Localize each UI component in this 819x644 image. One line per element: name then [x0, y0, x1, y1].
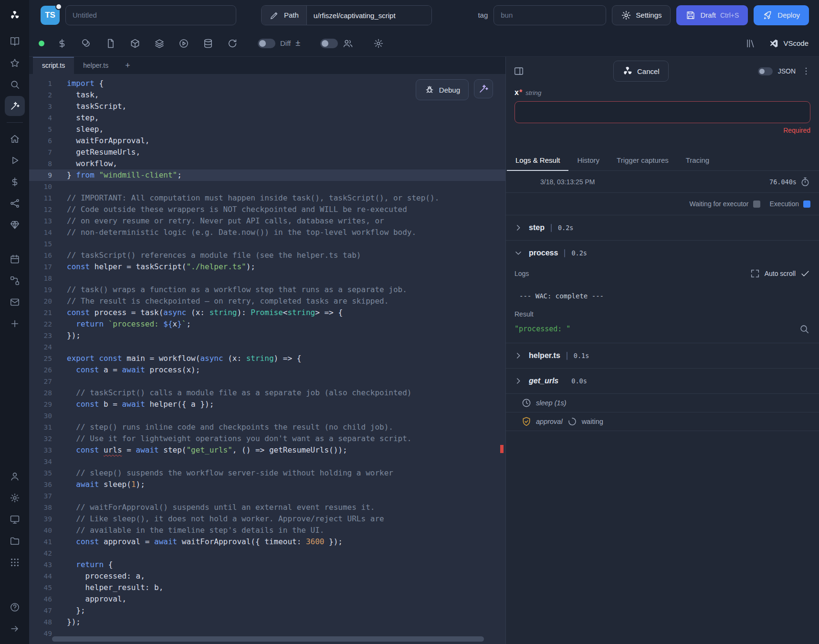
expand-icon[interactable] [750, 268, 760, 279]
code-line-18[interactable]: 18 [29, 273, 505, 284]
windmill-logo-icon[interactable] [0, 0, 29, 30]
code-line-28[interactable]: 28 // taskScript() calls a module file a… [29, 387, 505, 399]
code-line-21[interactable]: 21const process = task(async (x: string)… [29, 307, 505, 318]
code-line-8[interactable]: 8 workflow, [29, 158, 505, 169]
reload-icon[interactable] [227, 38, 238, 49]
sidebar-item-resources[interactable] [5, 193, 25, 213]
code-line-37[interactable]: 37 [29, 490, 505, 502]
arg-x-input[interactable] [514, 101, 810, 123]
sidebar-item-settings[interactable] [5, 488, 25, 508]
code-line-23[interactable]: 23}); [29, 330, 505, 341]
deploy-button[interactable]: Deploy [754, 5, 809, 25]
sidebar-item-docs[interactable] [5, 32, 25, 52]
code-line-40[interactable]: 40 // available in the timeline step's d… [29, 525, 505, 536]
code-line-31[interactable]: 31 // step() runs inline code and checkp… [29, 422, 505, 433]
script-metadata-icon[interactable] [105, 38, 116, 49]
path-input[interactable] [306, 6, 431, 25]
draft-button[interactable]: Draft Ctrl+S [676, 5, 748, 25]
timeline-row-process[interactable]: process 0.2s [506, 240, 819, 265]
code-line-29[interactable]: 29 const b = await helper({ a }); [29, 399, 505, 410]
code-line-32[interactable]: 32 // Use it for lightweight operations … [29, 433, 505, 444]
sidebar-item-favorites[interactable] [5, 53, 25, 73]
editor-settings-icon[interactable] [373, 38, 384, 49]
sidebar-item-create[interactable] [5, 314, 25, 334]
code-line-9[interactable]: 9} from "windmill-client"; [29, 169, 505, 181]
panel-tab-logs-result[interactable]: Logs & Result [507, 150, 568, 171]
code-line-11[interactable]: 11// IMPORTANT: All computation must hap… [29, 192, 505, 204]
sidebar-item-workers[interactable] [5, 509, 25, 529]
code-line-48[interactable]: 48}); [29, 616, 505, 628]
sidebar-item-collapse[interactable] [5, 619, 25, 639]
code-line-4[interactable]: 4 step, [29, 112, 505, 124]
panel-tab-tracing[interactable]: Tracing [677, 150, 718, 170]
code-line-3[interactable]: 3 taskScript, [29, 101, 505, 112]
sidebar-item-account[interactable] [5, 466, 25, 486]
tab-script-ts[interactable]: script.ts [33, 57, 74, 74]
code-line-43[interactable]: 43 return { [29, 559, 505, 570]
ai-wand-button[interactable] [474, 79, 493, 98]
panel-toggle-icon[interactable] [514, 66, 524, 76]
add-tab-button[interactable]: + [117, 57, 138, 74]
sidebar-item-runs[interactable] [5, 150, 25, 170]
sidebar-item-help[interactable] [5, 597, 25, 617]
code-line-5[interactable]: 5 sleep, [29, 124, 505, 135]
sidebar-item-schedules[interactable] [5, 249, 25, 269]
code-line-34[interactable]: 34 [29, 456, 505, 467]
code-line-38[interactable]: 38 // waitForApproval() suspends until a… [29, 502, 505, 513]
code-line-16[interactable]: 16// taskScript() references a module fi… [29, 250, 505, 261]
code-line-33[interactable]: 33 const urls = await step("get_urls", (… [29, 444, 505, 456]
path-button[interactable]: Path [262, 6, 306, 25]
code-line-22[interactable]: 22 return `processed: ${x}`; [29, 318, 505, 330]
code-line-39[interactable]: 39 // Like sleep(), it does not hold a w… [29, 513, 505, 525]
settings-button[interactable]: Settings [612, 5, 671, 25]
json-toggle[interactable] [758, 67, 773, 75]
check-icon[interactable] [800, 268, 810, 279]
trigger-icon[interactable] [178, 38, 189, 49]
panel-tab-history[interactable]: History [568, 150, 608, 170]
sidebar-item-assets[interactable] [5, 215, 25, 235]
collab-toggle[interactable] [320, 39, 338, 48]
sidebar-item-apps[interactable] [5, 552, 25, 572]
code-line-36[interactable]: 36 await sleep(1); [29, 479, 505, 490]
code-line-10[interactable]: 10 [29, 181, 505, 192]
timeline-substep-approval[interactable]: approval waiting [506, 412, 819, 431]
sidebar-item-folders[interactable] [5, 531, 25, 551]
cancel-button[interactable]: Cancel [613, 61, 669, 82]
sidebar-item-home[interactable] [5, 129, 25, 149]
code-line-6[interactable]: 6 waitForApproval, [29, 135, 505, 147]
timeline-row-helper[interactable]: helper.ts 0.1s [506, 343, 819, 368]
panel-tab-trigger-captures[interactable]: Trigger captures [608, 150, 677, 170]
timeline-substep-sleep[interactable]: sleep (1s) [506, 393, 819, 412]
code-line-20[interactable]: 20// The result is checkpointed — on ret… [29, 296, 505, 307]
code-line-14[interactable]: 14// non-deterministic logic (e.g. Date.… [29, 227, 505, 238]
code-line-26[interactable]: 26 const a = await process(x); [29, 364, 505, 376]
code-line-35[interactable]: 35 // sleep() suspends the workflow serv… [29, 467, 505, 479]
code-line-19[interactable]: 19// task() wraps a function as a workfl… [29, 284, 505, 296]
diff-icon[interactable]: ± [295, 38, 300, 48]
vscode-button[interactable]: VScode [768, 38, 808, 49]
code-line-25[interactable]: 25export const main = workflow(async (x:… [29, 353, 505, 364]
code-line-42[interactable]: 42 [29, 548, 505, 559]
sidebar-item-notifications[interactable] [5, 292, 25, 312]
kebab-menu-icon[interactable] [801, 66, 811, 76]
timeline-row-step[interactable]: step 0.2s [506, 215, 819, 240]
package-icon[interactable] [130, 38, 140, 49]
resources-icon[interactable] [81, 38, 92, 49]
code-line-27[interactable]: 27 [29, 376, 505, 387]
sidebar-item-search[interactable] [5, 74, 25, 95]
code-line-44[interactable]: 44 processed: a, [29, 570, 505, 582]
database-icon[interactable] [203, 38, 213, 49]
code-line-46[interactable]: 46 approval, [29, 593, 505, 605]
collaborators-icon[interactable] [343, 38, 353, 49]
code-line-45[interactable]: 45 helper_result: b, [29, 582, 505, 593]
code-line-41[interactable]: 41 const approval = await waitForApprova… [29, 536, 505, 548]
sidebar-item-ai[interactable] [5, 96, 25, 116]
variables-icon[interactable] [57, 38, 67, 49]
code-line-24[interactable]: 24 [29, 341, 505, 353]
dependencies-icon[interactable] [154, 38, 165, 49]
horizontal-scrollbar[interactable] [52, 636, 484, 642]
search-result-icon[interactable] [799, 324, 809, 334]
code-editor[interactable]: 1import {2 task,3 taskScript,4 step,5 sl… [29, 74, 505, 644]
code-line-17[interactable]: 17const helper = taskScript("./helper.ts… [29, 261, 505, 273]
sidebar-item-workflows[interactable] [5, 271, 25, 291]
